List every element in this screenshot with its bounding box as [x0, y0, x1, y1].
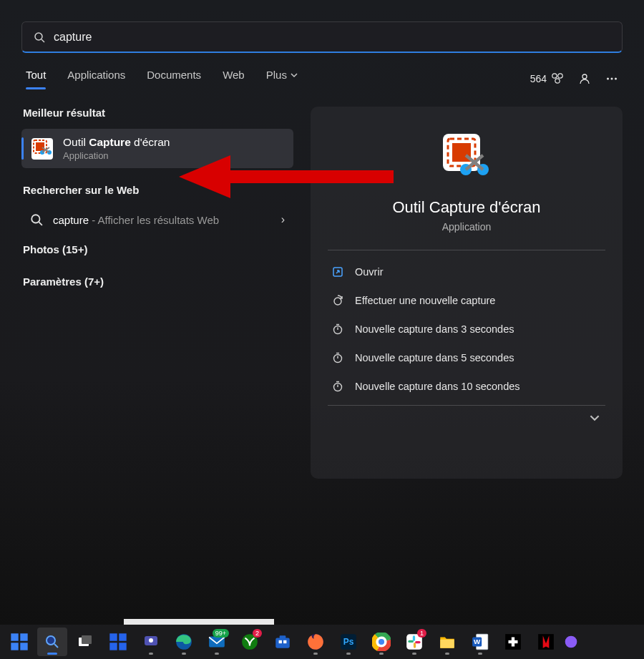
svg-rect-71 [415, 641, 421, 643]
svg-rect-57 [279, 640, 282, 643]
svg-point-5 [582, 74, 587, 79]
best-result-item[interactable]: Outil Capture d'écran Application [21, 129, 293, 168]
divider [328, 250, 605, 250]
svg-rect-11 [36, 142, 44, 151]
action-capture-5s[interactable]: Nouvelle capture dans 5 secondes [328, 343, 605, 372]
taskbar-firefox[interactable] [301, 628, 331, 656]
tab-apps[interactable]: Applications [67, 69, 125, 88]
taskbar-edge[interactable] [169, 628, 199, 656]
svg-rect-40 [11, 643, 18, 650]
svg-point-51 [149, 638, 153, 643]
action-new-capture[interactable]: Effectuer une nouvelle capture [328, 286, 605, 315]
svg-rect-68 [413, 635, 415, 641]
best-result-subtitle: Application [63, 150, 170, 161]
search-input[interactable] [54, 31, 610, 44]
svg-rect-41 [20, 643, 27, 650]
detail-panel: Outil Capture d'écran Application Ouvrir [311, 107, 623, 479]
svg-rect-55 [275, 638, 290, 648]
best-result-title: Outil Capture d'écran [63, 136, 170, 149]
svg-rect-78 [509, 640, 518, 643]
svg-point-8 [615, 77, 617, 79]
taskbar-word[interactable]: W [465, 628, 495, 656]
taskbar-store[interactable] [268, 628, 298, 656]
svg-rect-49 [119, 643, 126, 650]
search-icon [34, 31, 45, 43]
svg-rect-69 [408, 640, 414, 643]
action-capture-10s[interactable]: Nouvelle capture dans 10 secondes [328, 372, 605, 401]
svg-text:Ps: Ps [343, 637, 354, 647]
taskbar-photoshop[interactable]: Ps [333, 628, 364, 656]
taskbar-search[interactable] [37, 628, 67, 656]
svg-text:W: W [474, 638, 481, 645]
action-capture-5s-label: Nouvelle capture dans 5 secondes [355, 352, 514, 363]
svg-line-17 [39, 222, 42, 225]
action-open[interactable]: Ouvrir [328, 258, 605, 286]
taskbar-netflix[interactable] [531, 628, 561, 656]
chevron-down-icon[interactable] [587, 410, 602, 429]
svg-rect-53 [209, 636, 225, 647]
timer-10-icon [331, 379, 345, 394]
tab-more[interactable]: Plus [266, 69, 298, 88]
search-box[interactable] [21, 21, 623, 53]
taskbar-chrome[interactable] [366, 628, 396, 656]
search-icon [30, 213, 43, 226]
taskbar-taskview[interactable] [70, 628, 100, 656]
start-button[interactable] [4, 628, 34, 656]
svg-point-0 [35, 33, 42, 40]
results-column: Meilleur résultat Outil Captur [21, 107, 293, 479]
category-settings[interactable]: Paramètres (7+) [21, 265, 293, 298]
svg-rect-45 [82, 635, 92, 644]
tab-web[interactable]: Web [223, 69, 245, 88]
snipping-tool-icon-large [441, 132, 492, 185]
web-search-item[interactable]: capture - Afficher les résultats Web › [21, 206, 293, 233]
taskbar-app-o[interactable] [564, 628, 578, 656]
svg-point-6 [607, 77, 609, 79]
taskbar-widgets[interactable] [103, 628, 133, 656]
taskbar-slack[interactable]: 1 [399, 628, 429, 656]
taskbar: 99+ 2 Ps 1 W [0, 625, 644, 659]
action-capture-10s-label: Nouvelle capture dans 10 secondes [355, 381, 520, 392]
svg-point-80 [565, 636, 577, 648]
detail-subtitle: Application [442, 221, 492, 233]
action-open-label: Ouvrir [355, 266, 383, 278]
svg-rect-48 [109, 643, 117, 650]
timer-3-icon [331, 322, 345, 336]
capture-icon [331, 293, 345, 308]
tab-documents[interactable]: Documents [147, 69, 201, 88]
taskbar-chat[interactable] [136, 628, 166, 656]
svg-point-4 [555, 78, 560, 82]
tab-all[interactable]: Tout [26, 69, 46, 88]
svg-point-42 [47, 636, 55, 645]
web-heading: Rechercher sur le Web [23, 184, 293, 196]
rewards-points[interactable]: 564 [530, 72, 564, 85]
windows-search-panel: Tout Applications Documents Web Plus 564 [0, 0, 644, 630]
svg-rect-56 [280, 635, 286, 638]
action-capture-3s[interactable]: Nouvelle capture dans 3 secondes [328, 315, 605, 343]
svg-rect-38 [11, 633, 18, 640]
svg-point-66 [378, 638, 385, 645]
best-result-heading: Meilleur résultat [23, 107, 293, 119]
svg-rect-46 [109, 633, 117, 640]
expand-row [328, 405, 605, 433]
svg-rect-58 [283, 640, 286, 643]
rewards-points-value: 564 [530, 73, 547, 84]
timer-5-icon [331, 351, 345, 365]
svg-rect-72 [440, 640, 454, 648]
svg-point-7 [611, 77, 613, 79]
taskbar-mail[interactable]: 99+ [202, 628, 232, 656]
taskbar-explorer[interactable] [432, 628, 462, 656]
svg-rect-79 [538, 634, 554, 650]
action-capture-3s-label: Nouvelle capture dans 3 secondes [355, 323, 514, 335]
action-new-capture-label: Effectuer une nouvelle capture [355, 295, 495, 306]
category-photos[interactable]: Photos (15+) [21, 233, 293, 265]
taskbar-xbox[interactable]: 2 [235, 628, 265, 656]
filter-tabs: Tout Applications Documents Web Plus 564 [21, 69, 623, 88]
svg-line-1 [42, 39, 44, 42]
account-icon[interactable] [578, 72, 591, 85]
svg-point-3 [558, 73, 562, 77]
taskbar-app-plus[interactable] [498, 628, 528, 656]
svg-rect-70 [414, 643, 416, 648]
svg-rect-47 [119, 633, 126, 640]
more-icon[interactable] [605, 72, 618, 85]
svg-point-2 [552, 73, 557, 77]
